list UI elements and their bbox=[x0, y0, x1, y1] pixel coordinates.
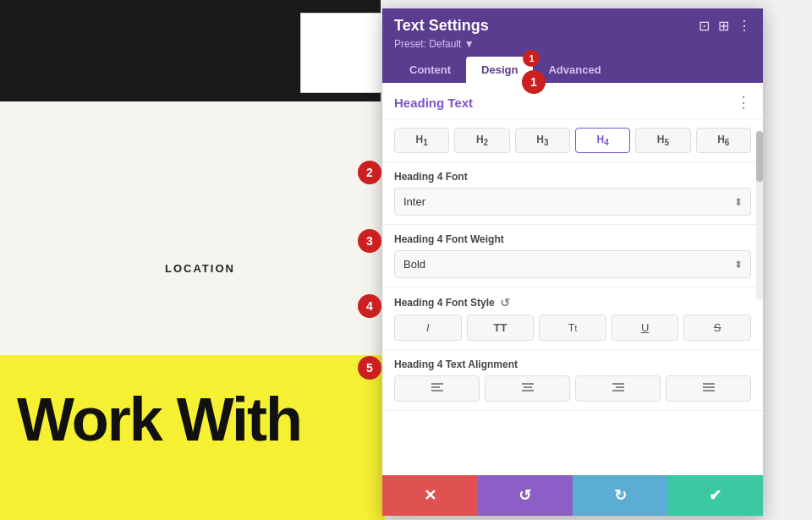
white-sketch bbox=[300, 13, 385, 93]
underline-button[interactable]: U bbox=[612, 315, 679, 341]
font-field-section: Heading 4 Font Inter bbox=[382, 162, 763, 225]
text-settings-panel: Text Settings ⊡ ⊞ ⋮ Preset: Default ▼ Co… bbox=[382, 8, 763, 516]
align-right-button[interactable] bbox=[575, 375, 661, 402]
cream-area bbox=[0, 101, 381, 355]
panel-scrollbar[interactable] bbox=[756, 131, 763, 300]
tab-content[interactable]: Content bbox=[394, 57, 466, 83]
h4-button[interactable]: H4 bbox=[575, 128, 630, 153]
step-badge-1: 1 bbox=[522, 70, 546, 94]
strikethrough-button[interactable]: S bbox=[683, 315, 751, 341]
font-label: Heading 4 Font bbox=[394, 171, 751, 183]
panel-body: Heading Text ⋮ H1 H2 H3 H4 H5 H6 Heading… bbox=[382, 83, 763, 475]
section-heading-row: Heading Text ⋮ bbox=[382, 83, 763, 119]
alignment-buttons bbox=[394, 375, 751, 402]
cancel-button[interactable]: ✕ bbox=[382, 475, 478, 516]
work-with-text: Work With bbox=[17, 385, 301, 454]
grid-icon[interactable]: ⊞ bbox=[718, 18, 729, 34]
section-heading-title: Heading Text bbox=[394, 96, 473, 110]
font-style-field-section: Heading 4 Font Style ↺ I TT Tt U S bbox=[382, 287, 763, 350]
capitalize-button[interactable]: Tt bbox=[539, 315, 606, 341]
align-center-button[interactable] bbox=[485, 375, 570, 402]
redo-button[interactable]: ↻ bbox=[573, 475, 668, 516]
panel-title: Text Settings bbox=[394, 17, 489, 35]
responsive-icon[interactable]: ⊡ bbox=[699, 18, 710, 34]
font-select-wrapper: Inter bbox=[394, 188, 751, 216]
h1-button[interactable]: H1 bbox=[394, 128, 449, 153]
text-alignment-section: Heading 4 Text Alignment bbox=[382, 350, 763, 411]
heading-buttons-row: H1 H2 H3 H4 H5 H6 bbox=[382, 119, 763, 162]
font-style-buttons: I TT Tt U S bbox=[394, 315, 751, 341]
step-badge-3: 3 bbox=[358, 229, 381, 253]
font-weight-field-section: Heading 4 Font Weight Bold bbox=[382, 225, 763, 287]
alignment-label: Heading 4 Text Alignment bbox=[394, 359, 751, 370]
font-style-label: Heading 4 Font Style ↺ bbox=[394, 296, 751, 309]
h6-button[interactable]: H6 bbox=[696, 128, 751, 153]
h2-button[interactable]: H2 bbox=[454, 128, 509, 153]
font-weight-select[interactable]: Bold bbox=[394, 250, 751, 278]
font-select[interactable]: Inter bbox=[394, 188, 751, 216]
panel-header: Text Settings ⊡ ⊞ ⋮ Preset: Default ▼ Co… bbox=[382, 8, 763, 83]
align-left-button[interactable] bbox=[394, 375, 480, 402]
step-badge-4: 4 bbox=[358, 294, 381, 318]
location-label: LOCATION bbox=[165, 262, 235, 275]
save-button[interactable]: ✔ bbox=[668, 475, 764, 516]
italic-button[interactable]: I bbox=[394, 315, 462, 341]
step-badge-5: 5 bbox=[358, 356, 381, 380]
panel-preset[interactable]: Preset: Default ▼ bbox=[394, 38, 751, 50]
panel-footer: ✕ ↺ ↻ ✔ bbox=[382, 475, 763, 516]
panel-scrollbar-thumb bbox=[756, 131, 763, 182]
h5-button[interactable]: H5 bbox=[635, 128, 690, 153]
uppercase-button[interactable]: TT bbox=[467, 315, 535, 341]
reset-button[interactable]: ↺ bbox=[478, 475, 573, 516]
font-weight-label: Heading 4 Font Weight bbox=[394, 233, 751, 245]
section-heading-dots[interactable]: ⋮ bbox=[736, 93, 751, 112]
h3-button[interactable]: H3 bbox=[515, 128, 570, 153]
font-weight-select-wrapper: Bold bbox=[394, 250, 751, 278]
panel-tabs: Content Design 1 Advanced bbox=[394, 57, 751, 83]
font-style-reset-icon[interactable]: ↺ bbox=[500, 296, 510, 309]
align-justify-button[interactable] bbox=[666, 375, 751, 402]
tab-advanced[interactable]: Advanced bbox=[533, 57, 616, 83]
more-options-icon[interactable]: ⋮ bbox=[738, 18, 751, 34]
panel-header-icons: ⊡ ⊞ ⋮ bbox=[699, 18, 751, 34]
step-badge-2: 2 bbox=[358, 161, 381, 184]
